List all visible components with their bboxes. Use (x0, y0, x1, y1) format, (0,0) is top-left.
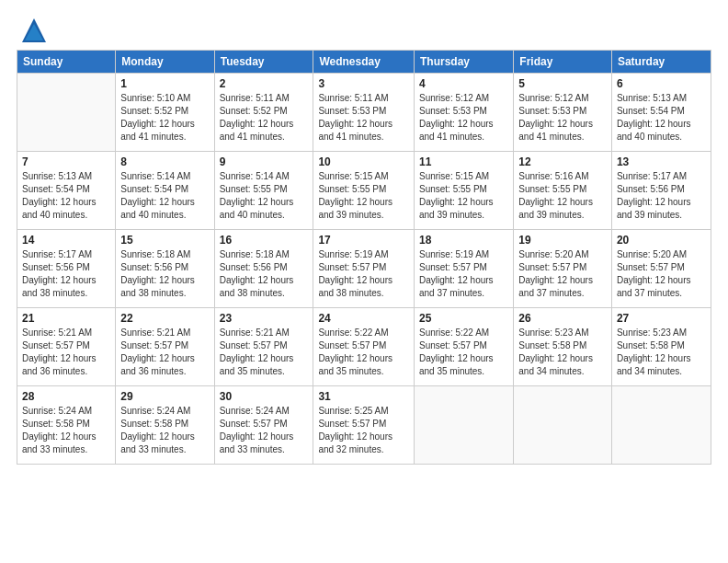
day-info: Sunrise: 5:19 AM Sunset: 5:57 PM Dayligh… (419, 248, 508, 300)
day-info: Sunrise: 5:21 AM Sunset: 5:57 PM Dayligh… (22, 327, 110, 378)
day-number: 5 (518, 77, 607, 90)
calendar-cell: 19Sunrise: 5:20 AM Sunset: 5:57 PM Dayli… (514, 230, 612, 308)
calendar-cell: 14Sunrise: 5:17 AM Sunset: 5:56 PM Dayli… (17, 230, 116, 308)
calendar-cell: 16Sunrise: 5:18 AM Sunset: 5:56 PM Dayli… (214, 230, 313, 308)
header (17, 17, 711, 40)
calendar-cell: 5Sunrise: 5:12 AM Sunset: 5:53 PM Daylig… (514, 74, 612, 152)
day-number: 27 (617, 312, 706, 325)
calendar-week-row: 14Sunrise: 5:17 AM Sunset: 5:56 PM Dayli… (17, 230, 711, 308)
day-number: 28 (22, 390, 110, 403)
day-number: 10 (318, 155, 409, 168)
day-number: 17 (318, 234, 409, 247)
calendar-cell: 7Sunrise: 5:13 AM Sunset: 5:54 PM Daylig… (17, 152, 116, 230)
calendar-week-row: 7Sunrise: 5:13 AM Sunset: 5:54 PM Daylig… (17, 152, 711, 230)
calendar-cell: 2Sunrise: 5:11 AM Sunset: 5:52 PM Daylig… (214, 74, 313, 152)
day-info: Sunrise: 5:11 AM Sunset: 5:53 PM Dayligh… (318, 92, 409, 144)
calendar-cell: 18Sunrise: 5:19 AM Sunset: 5:57 PM Dayli… (414, 230, 513, 308)
calendar-cell: 24Sunrise: 5:22 AM Sunset: 5:57 PM Dayli… (313, 308, 415, 386)
day-info: Sunrise: 5:18 AM Sunset: 5:56 PM Dayligh… (220, 248, 309, 300)
day-number: 20 (617, 234, 706, 247)
day-info: Sunrise: 5:24 AM Sunset: 5:58 PM Dayligh… (120, 405, 209, 456)
day-info: Sunrise: 5:19 AM Sunset: 5:57 PM Dayligh… (318, 248, 409, 300)
calendar-cell: 22Sunrise: 5:21 AM Sunset: 5:57 PM Dayli… (116, 308, 214, 386)
day-info: Sunrise: 5:25 AM Sunset: 5:57 PM Dayligh… (318, 405, 409, 456)
day-info: Sunrise: 5:22 AM Sunset: 5:57 PM Dayligh… (318, 327, 409, 378)
day-number: 29 (120, 390, 209, 403)
header-row: SundayMondayTuesdayWednesdayThursdayFrid… (17, 51, 711, 74)
calendar-cell (611, 386, 711, 465)
day-info: Sunrise: 5:24 AM Sunset: 5:57 PM Dayligh… (220, 405, 309, 456)
day-number: 13 (617, 155, 706, 168)
calendar-cell: 13Sunrise: 5:17 AM Sunset: 5:56 PM Dayli… (611, 152, 711, 230)
day-info: Sunrise: 5:12 AM Sunset: 5:53 PM Dayligh… (419, 92, 508, 144)
day-info: Sunrise: 5:21 AM Sunset: 5:57 PM Dayligh… (220, 327, 309, 378)
calendar-cell: 17Sunrise: 5:19 AM Sunset: 5:57 PM Dayli… (313, 230, 415, 308)
day-info: Sunrise: 5:13 AM Sunset: 5:54 PM Dayligh… (617, 92, 706, 144)
day-info: Sunrise: 5:14 AM Sunset: 5:55 PM Dayligh… (220, 170, 309, 222)
calendar-week-row: 28Sunrise: 5:24 AM Sunset: 5:58 PM Dayli… (17, 386, 711, 465)
day-number: 23 (220, 312, 309, 325)
logo (17, 17, 48, 40)
day-info: Sunrise: 5:12 AM Sunset: 5:53 PM Dayligh… (518, 92, 607, 144)
weekday-header: Monday (116, 51, 214, 74)
day-number: 22 (120, 312, 209, 325)
weekday-header: Sunday (17, 51, 116, 74)
day-number: 12 (518, 155, 607, 168)
calendar-cell: 9Sunrise: 5:14 AM Sunset: 5:55 PM Daylig… (214, 152, 313, 230)
day-number: 18 (419, 234, 508, 247)
day-number: 15 (120, 234, 209, 247)
day-info: Sunrise: 5:17 AM Sunset: 5:56 PM Dayligh… (22, 248, 110, 300)
day-number: 1 (120, 77, 209, 90)
day-number: 3 (318, 77, 409, 90)
day-info: Sunrise: 5:21 AM Sunset: 5:57 PM Dayligh… (120, 327, 209, 378)
calendar-cell: 25Sunrise: 5:22 AM Sunset: 5:57 PM Dayli… (414, 308, 513, 386)
calendar-cell: 4Sunrise: 5:12 AM Sunset: 5:53 PM Daylig… (414, 74, 513, 152)
day-number: 21 (22, 312, 110, 325)
calendar-cell: 3Sunrise: 5:11 AM Sunset: 5:53 PM Daylig… (313, 74, 415, 152)
day-info: Sunrise: 5:24 AM Sunset: 5:58 PM Dayligh… (22, 405, 110, 456)
day-number: 6 (617, 77, 706, 90)
day-number: 16 (220, 234, 309, 247)
day-info: Sunrise: 5:10 AM Sunset: 5:52 PM Dayligh… (120, 92, 209, 144)
day-info: Sunrise: 5:17 AM Sunset: 5:56 PM Dayligh… (617, 170, 706, 222)
weekday-header: Tuesday (214, 51, 313, 74)
calendar-cell: 10Sunrise: 5:15 AM Sunset: 5:55 PM Dayli… (313, 152, 415, 230)
day-number: 19 (518, 234, 607, 247)
day-number: 25 (419, 312, 508, 325)
day-number: 8 (120, 155, 209, 168)
calendar-cell: 8Sunrise: 5:14 AM Sunset: 5:54 PM Daylig… (116, 152, 214, 230)
day-info: Sunrise: 5:14 AM Sunset: 5:54 PM Dayligh… (120, 170, 209, 222)
calendar-cell (414, 386, 513, 465)
weekday-header: Wednesday (313, 51, 415, 74)
day-number: 30 (220, 390, 309, 403)
calendar-cell: 26Sunrise: 5:23 AM Sunset: 5:58 PM Dayli… (514, 308, 612, 386)
calendar-cell: 28Sunrise: 5:24 AM Sunset: 5:58 PM Dayli… (17, 386, 116, 465)
day-info: Sunrise: 5:20 AM Sunset: 5:57 PM Dayligh… (617, 248, 706, 300)
day-info: Sunrise: 5:23 AM Sunset: 5:58 PM Dayligh… (518, 327, 607, 378)
day-info: Sunrise: 5:20 AM Sunset: 5:57 PM Dayligh… (518, 248, 607, 300)
calendar-cell: 12Sunrise: 5:16 AM Sunset: 5:55 PM Dayli… (514, 152, 612, 230)
calendar-cell (514, 386, 612, 465)
day-info: Sunrise: 5:11 AM Sunset: 5:52 PM Dayligh… (220, 92, 309, 144)
calendar-cell: 31Sunrise: 5:25 AM Sunset: 5:57 PM Dayli… (313, 386, 415, 465)
day-number: 9 (220, 155, 309, 168)
day-number: 24 (318, 312, 409, 325)
day-info: Sunrise: 5:23 AM Sunset: 5:58 PM Dayligh… (617, 327, 706, 378)
day-number: 2 (220, 77, 309, 90)
day-info: Sunrise: 5:18 AM Sunset: 5:56 PM Dayligh… (120, 248, 209, 300)
day-number: 31 (318, 390, 409, 403)
calendar-cell: 27Sunrise: 5:23 AM Sunset: 5:58 PM Dayli… (611, 308, 711, 386)
weekday-header: Thursday (414, 51, 513, 74)
day-info: Sunrise: 5:13 AM Sunset: 5:54 PM Dayligh… (22, 170, 110, 222)
calendar-cell: 20Sunrise: 5:20 AM Sunset: 5:57 PM Dayli… (611, 230, 711, 308)
weekday-header: Saturday (611, 51, 711, 74)
day-number: 11 (419, 155, 508, 168)
calendar-cell: 21Sunrise: 5:21 AM Sunset: 5:57 PM Dayli… (17, 308, 116, 386)
calendar-cell: 30Sunrise: 5:24 AM Sunset: 5:57 PM Dayli… (214, 386, 313, 465)
day-info: Sunrise: 5:22 AM Sunset: 5:57 PM Dayligh… (419, 327, 508, 378)
calendar-cell: 6Sunrise: 5:13 AM Sunset: 5:54 PM Daylig… (611, 74, 711, 152)
calendar-cell: 15Sunrise: 5:18 AM Sunset: 5:56 PM Dayli… (116, 230, 214, 308)
day-number: 7 (22, 155, 110, 168)
calendar-cell: 1Sunrise: 5:10 AM Sunset: 5:52 PM Daylig… (116, 74, 214, 152)
logo-icon (20, 17, 48, 44)
